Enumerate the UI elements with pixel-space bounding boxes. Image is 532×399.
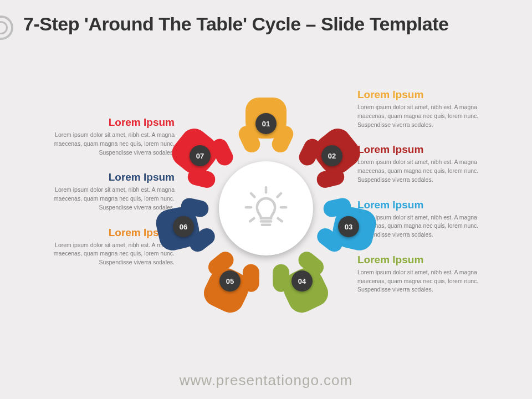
item-body: Lorem ipsum dolor sit amet, nibh est. A …: [30, 241, 175, 267]
svg-line-4: [278, 193, 281, 197]
step-badge-02: 02: [321, 145, 342, 166]
step-badge-07: 07: [190, 145, 211, 166]
item-heading: Lorem Ipsum: [357, 89, 502, 101]
text-item-05: Lorem IpsumLorem ipsum dolor sit amet, n…: [30, 227, 175, 267]
text-item-02: Lorem IpsumLorem ipsum dolor sit amet, n…: [357, 144, 502, 184]
item-body: Lorem ipsum dolor sit amet, nibh est. A …: [357, 103, 502, 129]
svg-line-3: [251, 193, 254, 197]
item-heading: Lorem Ipsum: [30, 171, 175, 183]
item-body: Lorem ipsum dolor sit amet, nibh est. A …: [30, 131, 175, 157]
text-item-04: Lorem IpsumLorem ipsum dolor sit amet, n…: [357, 254, 502, 294]
step-badge-06: 06: [173, 216, 194, 237]
step-badge-05: 05: [219, 270, 241, 291]
left-column: Lorem IpsumLorem ipsum dolor sit amet, n…: [30, 116, 175, 282]
item-heading: Lorem Ipsum: [30, 116, 175, 129]
cycle-diagram: 01020304050607: [183, 125, 349, 291]
text-item-07: Lorem IpsumLorem ipsum dolor sit amet, n…: [30, 116, 175, 157]
item-heading: Lorem Ipsum: [357, 254, 502, 266]
right-column: Lorem IpsumLorem ipsum dolor sit amet, n…: [357, 89, 502, 309]
item-heading: Lorem Ipsum: [357, 199, 502, 211]
footer-url: www.presentationgo.com: [0, 372, 532, 389]
item-body: Lorem ipsum dolor sit amet, nibh est. A …: [357, 158, 502, 184]
slide-header: 7-Step 'Around The Table' Cycle – Slide …: [33, 13, 510, 40]
step-badge-04: 04: [291, 270, 313, 291]
item-body: Lorem ipsum dolor sit amet, nibh est. A …: [30, 186, 175, 212]
item-body: Lorem ipsum dolor sit amet, nibh est. A …: [357, 213, 502, 239]
center-disc: [219, 161, 313, 255]
content-area: Lorem IpsumLorem ipsum dolor sit amet, n…: [0, 78, 532, 366]
text-item-03: Lorem IpsumLorem ipsum dolor sit amet, n…: [357, 199, 502, 239]
item-heading: Lorem Ipsum: [30, 227, 175, 239]
text-item-01: Lorem IpsumLorem ipsum dolor sit amet, n…: [357, 89, 502, 129]
slide-title: 7-Step 'Around The Table' Cycle – Slide …: [23, 13, 448, 35]
text-item-06: Lorem IpsumLorem ipsum dolor sit amet, n…: [30, 171, 175, 212]
item-body: Lorem ipsum dolor sit amet, nibh est. A …: [357, 268, 502, 294]
svg-line-7: [250, 218, 254, 221]
lightbulb-icon: [241, 183, 291, 233]
step-badge-03: 03: [338, 216, 359, 237]
item-heading: Lorem Ipsum: [357, 144, 502, 156]
title-ornament-icon: [0, 16, 13, 40]
step-badge-01: 01: [255, 113, 277, 134]
svg-line-8: [278, 218, 282, 221]
